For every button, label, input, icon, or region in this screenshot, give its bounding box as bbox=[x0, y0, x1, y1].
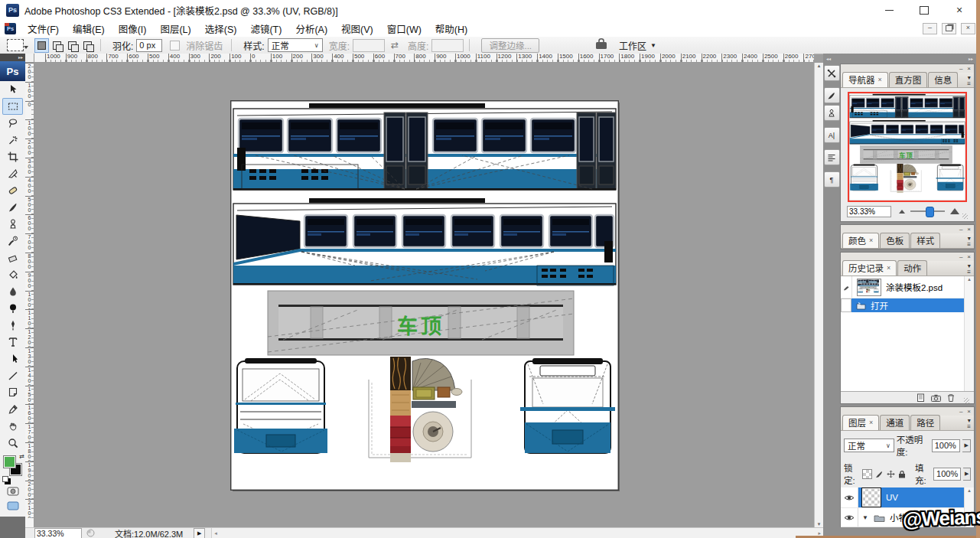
document-restore-icon[interactable] bbox=[942, 23, 956, 34]
history-snapshot-row[interactable]: 涂装模板2.psd bbox=[841, 276, 974, 298]
panel-minimize-icon[interactable]: – bbox=[959, 407, 962, 416]
quick-mask-button[interactable] bbox=[2, 484, 23, 498]
panel-resize-grip[interactable] bbox=[962, 214, 968, 219]
marquee-tool-preset-icon[interactable] bbox=[7, 39, 24, 51]
navigator-zoom-slider[interactable] bbox=[910, 210, 945, 212]
slider-thumb[interactable] bbox=[926, 207, 934, 217]
refine-edge-button[interactable]: 调整边缘... bbox=[481, 38, 539, 53]
scroll-up-icon[interactable]: ▴ bbox=[818, 63, 821, 69]
menu-item[interactable]: 编辑(E) bbox=[66, 20, 112, 37]
layer-row-uv[interactable]: UV bbox=[841, 487, 974, 508]
close-icon[interactable]: × bbox=[942, 0, 977, 20]
blur-tool[interactable] bbox=[2, 283, 23, 300]
tab-close-icon[interactable]: × bbox=[869, 236, 873, 244]
history-state-source-box[interactable] bbox=[841, 298, 851, 312]
menu-item[interactable]: 文件(F) bbox=[21, 20, 66, 37]
menu-item[interactable]: 帮助(H) bbox=[428, 20, 474, 37]
brush-tool[interactable] bbox=[2, 199, 23, 216]
tab-history[interactable]: 历史记录× bbox=[842, 260, 897, 276]
visibility-eye-icon[interactable] bbox=[841, 487, 858, 507]
history-scrollbar[interactable]: ▴ bbox=[964, 276, 974, 391]
clone-source-panel-icon[interactable] bbox=[824, 105, 840, 121]
style-select[interactable]: 正常 ∨ bbox=[268, 38, 323, 52]
document-page[interactable] bbox=[231, 101, 618, 490]
line-tool[interactable] bbox=[2, 367, 23, 384]
opacity-spinner-icon[interactable]: ▶ bbox=[962, 439, 971, 452]
notes-tool[interactable] bbox=[2, 384, 23, 401]
hand-tool[interactable] bbox=[2, 418, 23, 435]
panel-resize-grip[interactable] bbox=[964, 398, 969, 403]
visibility-eye-icon[interactable] bbox=[841, 508, 858, 527]
rectangular-marquee-tool[interactable] bbox=[2, 98, 23, 115]
scroll-up-icon[interactable]: ▴ bbox=[968, 276, 971, 282]
tab-styles[interactable]: 样式 bbox=[910, 233, 940, 248]
zoom-in-icon[interactable] bbox=[950, 208, 959, 214]
fill-spinner-icon[interactable]: ▶ bbox=[963, 468, 971, 481]
status-options-icon[interactable]: ▶ bbox=[194, 528, 205, 538]
healing-brush-tool[interactable] bbox=[2, 182, 23, 199]
status-zoom-input[interactable]: 33.33% bbox=[34, 528, 82, 538]
scroll-up-icon[interactable]: ▴ bbox=[968, 487, 971, 494]
move-tool[interactable] bbox=[2, 81, 23, 98]
menu-item[interactable]: 选择(S) bbox=[198, 20, 244, 37]
new-selection-button[interactable] bbox=[34, 38, 49, 53]
paragraph-styles-panel-icon[interactable]: ¶ bbox=[824, 171, 840, 187]
dock-collapse-left-icon[interactable]: ◂◂ bbox=[826, 56, 831, 61]
antialias-checkbox[interactable] bbox=[170, 41, 180, 51]
lasso-tool[interactable] bbox=[2, 115, 23, 132]
add-selection-button[interactable] bbox=[50, 38, 64, 53]
tab-layers[interactable]: 图层× bbox=[842, 415, 879, 430]
delete-icon[interactable] bbox=[947, 393, 955, 402]
group-expand-icon[interactable]: ▼ bbox=[861, 514, 869, 521]
panel-menu-icon[interactable]: ▾≡ bbox=[967, 418, 972, 430]
horizontal-scrollbar[interactable]: ◂ ▸ bbox=[211, 528, 823, 538]
character-panel-icon[interactable]: A| bbox=[824, 127, 840, 143]
tab-info[interactable]: 信息 bbox=[928, 72, 958, 87]
menu-item[interactable]: 窗口(W) bbox=[380, 20, 428, 37]
panel-close-icon[interactable]: × bbox=[967, 225, 971, 233]
lock-transparency-icon[interactable] bbox=[862, 469, 872, 479]
tool-presets-panel-icon[interactable] bbox=[824, 65, 840, 81]
lock-all-icon[interactable] bbox=[897, 469, 907, 478]
clone-stamp-tool[interactable] bbox=[2, 216, 23, 233]
height-input[interactable] bbox=[431, 39, 464, 52]
panel-menu-icon[interactable]: ▾≡ bbox=[967, 236, 972, 248]
panel-minimize-icon[interactable]: – bbox=[959, 253, 962, 261]
canvas-area[interactable] bbox=[34, 63, 814, 527]
menu-item[interactable]: 视图(V) bbox=[334, 20, 380, 37]
tab-close-icon[interactable]: × bbox=[878, 76, 882, 83]
menu-item[interactable]: 图像(I) bbox=[112, 20, 154, 37]
pen-tool[interactable] bbox=[2, 317, 23, 334]
eyedropper-tool[interactable] bbox=[2, 401, 23, 418]
blend-mode-select[interactable]: 正常 ∨ bbox=[844, 439, 894, 452]
history-state-open[interactable]: 打开 bbox=[841, 298, 974, 312]
tab-paths[interactable]: 路径 bbox=[910, 415, 940, 430]
slice-tool[interactable] bbox=[2, 165, 23, 182]
document-close-icon[interactable]: × bbox=[961, 23, 975, 34]
ruler-horizontal[interactable]: 1000900800700600500400300200100010020030… bbox=[34, 54, 814, 63]
navigator-zoom-input[interactable]: 33.33% bbox=[847, 206, 891, 217]
new-document-from-state-icon[interactable] bbox=[917, 393, 925, 402]
panel-close-icon[interactable]: × bbox=[967, 253, 971, 261]
panel-minimize-icon[interactable]: – bbox=[959, 64, 962, 73]
paragraph-panel-icon[interactable] bbox=[824, 149, 840, 165]
tab-color[interactable]: 颜色× bbox=[842, 233, 879, 248]
brushes-panel-icon[interactable] bbox=[824, 87, 840, 103]
new-snapshot-icon[interactable] bbox=[931, 394, 941, 402]
tab-actions[interactable]: 动作 bbox=[897, 260, 927, 276]
subtract-selection-button[interactable] bbox=[65, 38, 80, 53]
lock-position-icon[interactable] bbox=[886, 469, 895, 478]
path-selection-tool[interactable] bbox=[2, 351, 23, 367]
menu-item[interactable]: 滤镜(T) bbox=[243, 20, 288, 37]
fill-input[interactable]: 100% bbox=[933, 468, 961, 481]
type-tool[interactable] bbox=[2, 334, 23, 351]
swap-colors-icon[interactable]: ⇄ bbox=[19, 453, 24, 460]
default-colors-icon[interactable] bbox=[2, 476, 8, 482]
tab-swatches[interactable]: 色板 bbox=[880, 233, 910, 248]
layer-thumbnail[interactable] bbox=[861, 487, 881, 507]
panel-menu-icon[interactable]: ▾≡ bbox=[967, 263, 972, 276]
magic-wand-tool[interactable] bbox=[2, 132, 23, 148]
dock-collapse-right-icon[interactable]: ▸▸ bbox=[969, 56, 973, 61]
panel-close-icon[interactable]: × bbox=[967, 64, 971, 73]
crop-tool[interactable] bbox=[2, 148, 23, 165]
